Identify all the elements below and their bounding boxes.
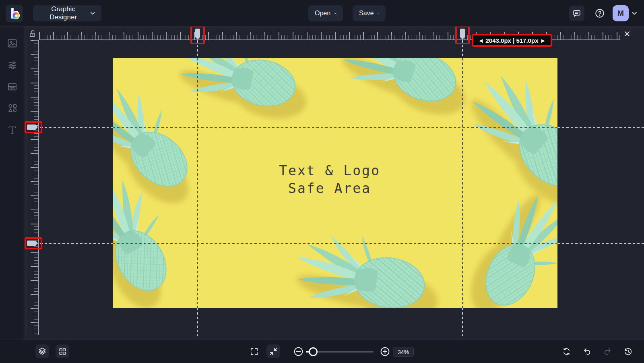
annotation-box-guide-top-1 xyxy=(190,26,205,44)
topbar: b Graphic Designer Open Save M xyxy=(0,0,644,27)
bottombar: 34% xyxy=(0,340,644,363)
horizontal-guide-2[interactable] xyxy=(40,243,113,244)
horizontal-guide-1[interactable] xyxy=(40,127,113,128)
horizontal-guide-1[interactable] xyxy=(113,127,557,128)
fullscreen-button[interactable] xyxy=(247,344,261,358)
close-icon xyxy=(623,30,631,38)
open-button[interactable]: Open xyxy=(308,5,343,21)
vertical-guide-2[interactable] xyxy=(462,58,463,308)
zoom-out-icon xyxy=(293,346,303,357)
safe-area-text[interactable]: Text & Logo Safe Area xyxy=(113,162,547,197)
safe-area-line2: Safe Area xyxy=(113,180,547,197)
logo-color-wheel-icon xyxy=(12,12,20,19)
annotation-box-guide-top-2 xyxy=(455,26,470,44)
feedback-chat-button[interactable] xyxy=(569,6,584,21)
chat-bubble-icon xyxy=(572,9,581,18)
save-button[interactable]: Save xyxy=(353,5,386,21)
horizontal-guide-1[interactable] xyxy=(557,127,644,128)
tool-sidebar xyxy=(0,27,24,340)
sidebar-item-text[interactable] xyxy=(7,124,18,135)
annotation-box-guide-left-1 xyxy=(25,121,42,133)
undo-icon xyxy=(582,347,592,356)
open-label: Open xyxy=(315,10,330,17)
question-mark-icon xyxy=(594,8,605,19)
vertical-guide-1[interactable] xyxy=(197,308,198,336)
user-avatar[interactable]: M xyxy=(613,5,629,21)
app-mode-label: Graphic Designer xyxy=(39,5,87,21)
zoom-percent: 34% xyxy=(398,349,409,355)
vertical-guide-1[interactable] xyxy=(197,58,198,308)
horizontal-guide-2[interactable] xyxy=(557,243,644,244)
zoom-slider-handle[interactable] xyxy=(309,347,318,356)
chevron-down-icon xyxy=(377,12,379,15)
sidebar-item-graphics[interactable] xyxy=(7,103,18,114)
design-canvas[interactable]: Text & Logo Safe Area xyxy=(113,58,557,308)
sidebar-item-edit[interactable] xyxy=(7,60,18,71)
refresh-button[interactable] xyxy=(559,344,573,358)
save-label: Save xyxy=(359,10,374,17)
sidebar-item-templates[interactable] xyxy=(7,81,18,92)
app-logo[interactable]: b xyxy=(6,5,23,22)
help-button[interactable] xyxy=(592,6,607,21)
zoom-level-badge[interactable]: 34% xyxy=(393,347,414,357)
zoom-in-button[interactable] xyxy=(380,346,390,357)
fit-to-screen-button[interactable] xyxy=(266,344,280,358)
avatar-initial: M xyxy=(617,9,624,18)
image-icon xyxy=(7,38,18,49)
safe-area-line1: Text & Logo xyxy=(113,162,547,180)
zoom-in-icon xyxy=(380,346,390,357)
layers-icon xyxy=(38,347,47,356)
shapes-icon xyxy=(7,103,18,114)
chevron-down-icon xyxy=(334,12,336,15)
history-button[interactable] xyxy=(621,344,635,358)
adjust-sliders-icon xyxy=(7,60,18,71)
grid-view-button[interactable] xyxy=(56,344,69,358)
fullscreen-icon xyxy=(250,347,259,356)
text-icon xyxy=(7,124,18,135)
horizontal-guide-2[interactable] xyxy=(113,243,557,244)
close-rulers-button[interactable] xyxy=(621,28,633,39)
fit-screen-icon xyxy=(269,347,278,356)
redo-icon xyxy=(603,347,612,356)
vertical-ruler[interactable] xyxy=(27,40,39,335)
vertical-guide-2[interactable] xyxy=(462,308,463,336)
template-icon xyxy=(7,81,18,92)
refresh-icon xyxy=(562,347,571,356)
annotation-box-guide-left-2 xyxy=(25,237,42,249)
ruler-lock-toggle[interactable] xyxy=(26,27,39,40)
zoom-out-button[interactable] xyxy=(293,346,303,357)
guide-measurement-tooltip: ◄ 2043.0px | 517.0px ► xyxy=(472,34,552,47)
redo-button[interactable] xyxy=(601,344,614,358)
history-icon xyxy=(623,347,633,356)
chevron-down-icon xyxy=(91,12,95,15)
lock-open-icon xyxy=(28,29,37,38)
account-menu-chevron[interactable] xyxy=(632,12,637,15)
undo-button[interactable] xyxy=(580,344,594,358)
app-mode-menu[interactable]: Graphic Designer xyxy=(33,5,101,21)
measurement-text: ◄ 2043.0px | 517.0px ► xyxy=(478,37,546,44)
grid-icon xyxy=(58,347,66,355)
sidebar-item-image-manager[interactable] xyxy=(7,38,18,49)
layers-button[interactable] xyxy=(35,344,49,358)
